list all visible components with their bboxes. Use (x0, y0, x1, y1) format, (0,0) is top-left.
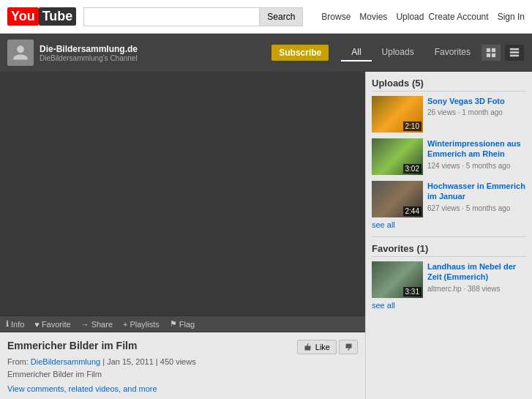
subscribe-button[interactable]: Subscribe (271, 45, 329, 61)
logo-tube: Tube (39, 7, 77, 26)
video-text: Winterimpressionen aus Emmerich am Rhein… (427, 138, 526, 175)
svg-rect-6 (510, 55, 519, 57)
video-views: 450 views (160, 357, 196, 366)
tab-favorites[interactable]: Favorites (424, 44, 481, 61)
youtube-logo[interactable]: YouTube (7, 7, 76, 26)
action-info[interactable]: ℹ Info (6, 319, 24, 329)
search-input[interactable] (83, 7, 259, 26)
list-item[interactable]: 2:10 Sony Vegas 3D Foto 26 views · 1 mon… (372, 96, 526, 133)
see-all-favorites-link[interactable]: see all (372, 301, 526, 310)
user-icon (12, 44, 29, 61)
thumbs-up-icon (304, 343, 312, 351)
from-label: From: (7, 357, 29, 366)
video-details: Emmericher Bilder im Film Like From: Die… (0, 332, 365, 399)
playlists-icon: + (123, 320, 127, 329)
uploads-title: Uploads (5) (372, 78, 526, 92)
video-item-title[interactable]: Winterimpressionen aus Emmerich am Rhein (427, 138, 526, 160)
video-from: From: DieBildersammlung | Jan 15, 2011 |… (7, 357, 358, 366)
video-description: Emmericher Bilder im Film (7, 370, 358, 379)
svg-rect-3 (492, 53, 495, 57)
tab-uploads[interactable]: Uploads (372, 44, 424, 61)
sign-in-link[interactable]: Sign In (498, 12, 525, 22)
tab-all[interactable]: All (341, 44, 371, 61)
uploads-section: Uploads (5) 2:10 Sony Vegas 3D Foto 26 v… (372, 78, 526, 229)
list-item[interactable]: 3:31 Landhaus im Nebel der Zeit (Emmeric… (372, 261, 526, 298)
channel-tabs: All Uploads Favorites (341, 44, 481, 61)
favorites-section: Favorites (1) 3:31 Landhaus im Nebel der… (372, 243, 526, 310)
header: YouTube Search Browse Movies Upload Crea… (0, 0, 532, 34)
list-item[interactable]: 2:44 Hochwasser in Emmerich im Januar 62… (372, 181, 526, 217)
share-label: Share (91, 320, 113, 329)
video-text: Hochwasser in Emmerich im Januar 627 vie… (427, 181, 526, 217)
action-share[interactable]: → Share (81, 320, 113, 329)
create-account-link[interactable]: Create Account (429, 12, 489, 22)
grid-view-button[interactable] (481, 44, 501, 61)
favorites-title: Favorites (1) (372, 243, 526, 257)
channel-name[interactable]: Die-Bildersammlung.de (40, 44, 142, 54)
favorite-icon: ♥ (34, 320, 40, 329)
grid-icon (486, 48, 496, 58)
see-all-uploads-link[interactable]: see all (372, 220, 526, 229)
channel-bar: Die-Bildersammlung.de DieBildersammlung'… (0, 34, 532, 72)
view-toggle (481, 44, 525, 61)
share-icon: → (81, 320, 89, 329)
svg-rect-1 (492, 48, 495, 52)
from-channel-link[interactable]: DieBildersammlung (31, 357, 100, 366)
channel-info: Die-Bildersammlung.de DieBildersammlung'… (40, 44, 266, 62)
nav-upload[interactable]: Upload (396, 12, 424, 22)
video-text: Sony Vegas 3D Foto 26 views · 1 month ag… (427, 96, 526, 133)
search-button[interactable]: Search (259, 7, 303, 26)
sidebar-divider (372, 236, 526, 237)
action-favorite[interactable]: ♥ Favorite (34, 320, 70, 329)
channel-avatar (7, 40, 34, 66)
duration-badge: 3:02 (403, 164, 422, 174)
video-item-meta: altmerc.hp · 388 views (427, 284, 526, 294)
video-thumbnail: 3:31 (372, 261, 423, 298)
flag-icon: ⚑ (170, 319, 177, 329)
thumbs-down-icon (344, 343, 353, 351)
video-actions-bar: ℹ Info ♥ Favorite → Share + Playlists ⚑ … (0, 316, 365, 332)
nav-links: Browse Movies Upload (321, 12, 424, 22)
action-flag[interactable]: ⚑ Flag (170, 319, 195, 329)
auth-links: Create Account Sign In (429, 12, 525, 22)
video-item-meta: 124 views · 5 months ago (427, 161, 526, 171)
duration-badge: 3:31 (403, 287, 422, 297)
nav-movies[interactable]: Movies (359, 12, 387, 22)
logo-you: You (7, 7, 39, 26)
svg-rect-0 (487, 48, 490, 52)
video-item-title[interactable]: Landhaus im Nebel der Zeit (Emmerich) (427, 261, 526, 283)
svg-rect-4 (510, 48, 519, 51)
info-label: Info (11, 320, 24, 329)
video-area: ℹ Info ♥ Favorite → Share + Playlists ⚑ … (0, 72, 365, 399)
list-view-button[interactable] (504, 44, 525, 61)
playlists-label: Playlists (130, 320, 159, 329)
video-item-title[interactable]: Hochwasser in Emmerich im Januar (427, 181, 526, 202)
sidebar: Uploads (5) 2:10 Sony Vegas 3D Foto 26 v… (365, 72, 532, 399)
duration-badge: 2:44 (403, 206, 422, 216)
dislike-button[interactable] (339, 340, 358, 354)
nav-browse[interactable]: Browse (321, 12, 351, 22)
favorite-label: Favorite (42, 320, 71, 329)
like-label: Like (315, 343, 330, 351)
like-button[interactable]: Like (297, 340, 337, 354)
like-area: Like (297, 340, 358, 354)
svg-rect-2 (487, 53, 490, 57)
video-thumbnail: 2:10 (372, 96, 423, 133)
flag-label: Flag (179, 320, 195, 329)
video-thumbnail: 3:02 (372, 138, 423, 175)
duration-badge: 2:10 (403, 122, 422, 131)
search-box: Search (83, 7, 303, 26)
action-playlists[interactable]: + Playlists (123, 320, 160, 329)
video-thumbnail: 2:44 (372, 181, 423, 217)
list-icon (509, 48, 520, 58)
svg-rect-5 (510, 51, 519, 53)
video-item-meta: 26 views · 1 month ago (427, 108, 526, 118)
info-icon: ℹ (6, 319, 9, 329)
video-player[interactable] (0, 72, 365, 316)
list-item[interactable]: 3:02 Winterimpressionen aus Emmerich am … (372, 138, 526, 175)
view-comments-link[interactable]: View comments, related videos, and more (7, 384, 358, 393)
video-item-title[interactable]: Sony Vegas 3D Foto (427, 96, 526, 106)
video-text: Landhaus im Nebel der Zeit (Emmerich) al… (427, 261, 526, 298)
video-date: Jan 15, 2011 (107, 357, 154, 366)
channel-sub-label: DieBildersammlung's Channel (40, 54, 266, 62)
